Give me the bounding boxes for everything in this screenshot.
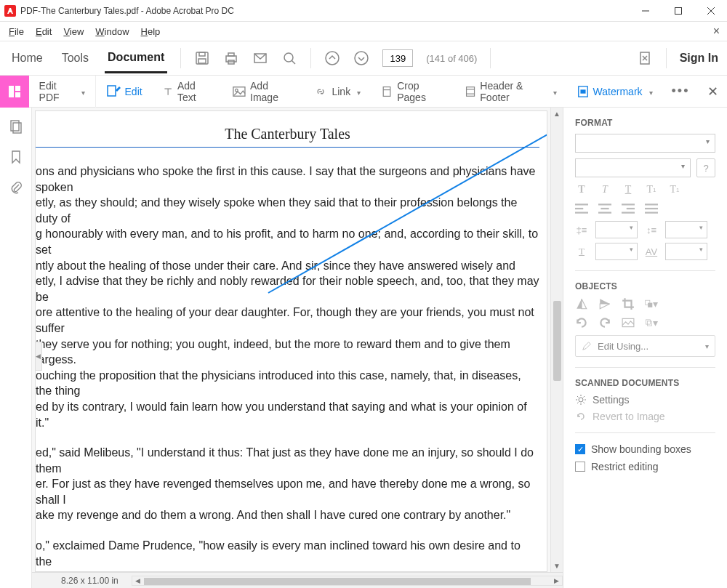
- scanned-heading: SCANNED DOCUMENTS: [575, 378, 715, 388]
- scroll-up-icon[interactable]: ▲: [551, 108, 563, 120]
- svg-rect-8: [226, 56, 236, 62]
- doc-error-icon[interactable]: [637, 50, 653, 66]
- checkbox-unchecked-icon: [575, 462, 585, 472]
- document-area: The Canterbury Tales ons and physicians …: [32, 108, 563, 588]
- close-editbar-icon[interactable]: ✕: [698, 84, 727, 100]
- edit-button[interactable]: Edit: [96, 76, 153, 108]
- svg-rect-49: [646, 320, 650, 324]
- hscroll-thumb[interactable]: [144, 578, 531, 585]
- bold-icon[interactable]: T: [575, 183, 588, 196]
- nav-tools[interactable]: Tools: [59, 52, 92, 65]
- align-right-icon[interactable]: [622, 202, 635, 215]
- thumbnails-icon[interactable]: [9, 119, 23, 137]
- menu-view[interactable]: View: [57, 25, 89, 39]
- nav-home[interactable]: Home: [9, 52, 46, 65]
- add-image-button[interactable]: Add Image: [222, 76, 304, 108]
- line-spacing-icon: ‡≡: [575, 225, 588, 235]
- scroll-thumb[interactable]: [553, 301, 561, 381]
- align-center-icon[interactable]: [598, 202, 611, 215]
- document-title: The Canterbury Tales: [36, 126, 539, 148]
- maximize-button[interactable]: [662, 0, 694, 22]
- collapse-sidebar-icon[interactable]: ◀: [35, 342, 42, 371]
- rotate-cw-icon[interactable]: [598, 316, 611, 329]
- underline-icon[interactable]: T: [622, 183, 635, 196]
- svg-rect-7: [198, 59, 206, 63]
- restrict-editing-checkbox[interactable]: Restrict editing: [575, 461, 715, 472]
- mail-icon[interactable]: [252, 50, 268, 66]
- edit-pdf-tool-icon[interactable]: [0, 76, 29, 108]
- horizontal-scale-select[interactable]: [595, 243, 638, 260]
- show-bounding-boxes-checkbox[interactable]: ✓ Show bounding boxes: [575, 443, 715, 455]
- scroll-right-icon[interactable]: ▶: [550, 576, 562, 585]
- svg-rect-31: [11, 121, 19, 131]
- attachment-icon[interactable]: [9, 180, 23, 198]
- vertical-scrollbar[interactable]: ▲ ▼: [550, 108, 563, 572]
- scroll-down-icon[interactable]: ▼: [551, 560, 563, 572]
- search-icon[interactable]: [281, 50, 297, 66]
- more-objects-icon[interactable]: ▾: [645, 316, 658, 329]
- edit-using-dropdown[interactable]: Edit Using...: [575, 335, 715, 357]
- svg-rect-6: [199, 52, 205, 56]
- bookmark-icon[interactable]: [9, 150, 23, 167]
- scroll-left-icon[interactable]: ◀: [132, 576, 144, 585]
- revert-button[interactable]: Revert to Image: [575, 411, 715, 422]
- horizontal-scrollbar[interactable]: ◀ ▶: [132, 576, 563, 586]
- page-count: (141 of 406): [426, 53, 477, 64]
- add-text-button[interactable]: Add Text: [153, 76, 223, 108]
- format-panel: FORMAT ? T T T T1 T1 ‡≡ ↕≡ T AV: [563, 108, 727, 588]
- header-footer-dropdown[interactable]: Header & Footer: [455, 76, 566, 108]
- page-number-input[interactable]: [382, 49, 413, 67]
- arrange-icon[interactable]: ▾: [645, 297, 658, 310]
- svg-point-24: [236, 89, 238, 92]
- menu-file[interactable]: File: [3, 25, 30, 39]
- panel-close-icon[interactable]: ×: [713, 25, 720, 38]
- superscript-icon[interactable]: T1: [645, 183, 658, 196]
- edit-pdf-dropdown[interactable]: Edit PDF: [29, 76, 96, 108]
- app-icon: [4, 5, 16, 17]
- sign-in-link[interactable]: Sign In: [680, 52, 718, 65]
- print-icon[interactable]: [223, 50, 239, 66]
- close-button[interactable]: [694, 0, 727, 22]
- align-justify-icon[interactable]: [645, 202, 658, 215]
- left-sidebar: [0, 108, 32, 588]
- crop-button[interactable]: Crop Pages: [371, 76, 455, 108]
- menu-window[interactable]: Window: [89, 25, 134, 39]
- menu-edit[interactable]: Edit: [30, 25, 57, 39]
- page-up-icon[interactable]: [324, 50, 340, 66]
- flip-vertical-icon[interactable]: [598, 297, 611, 310]
- color-help-icon[interactable]: ?: [696, 158, 715, 177]
- menu-bar: File Edit View Window Help ×: [0, 22, 727, 41]
- flip-horizontal-icon[interactable]: [575, 297, 588, 310]
- minimize-button[interactable]: [629, 0, 662, 22]
- save-icon[interactable]: [194, 50, 210, 66]
- replace-image-icon[interactable]: [622, 316, 635, 329]
- nav-document[interactable]: Document: [105, 51, 167, 73]
- page-down-icon[interactable]: [353, 50, 369, 66]
- pdf-page[interactable]: The Canterbury Tales ons and physicians …: [35, 110, 547, 572]
- line-spacing-select[interactable]: [595, 221, 638, 238]
- italic-icon[interactable]: T: [598, 183, 611, 196]
- settings-button[interactable]: Settings: [575, 394, 715, 406]
- link-dropdown[interactable]: Link: [304, 76, 371, 108]
- paragraph-1: ons and physicians who spoke the first i…: [36, 164, 539, 430]
- objects-heading: OBJECTS: [575, 281, 715, 291]
- svg-rect-30: [580, 89, 585, 93]
- edit-toolbar: Edit PDF Edit Add Text Add Image Link Cr…: [0, 76, 727, 108]
- font-size-select[interactable]: [575, 158, 691, 177]
- document-body: ons and physicians who spoke the first i…: [36, 164, 539, 572]
- subscript-icon[interactable]: T1: [668, 183, 681, 196]
- more-tools-icon[interactable]: •••: [663, 84, 699, 99]
- char-spacing-select[interactable]: [665, 243, 707, 260]
- paragraph-spacing-select[interactable]: [665, 221, 707, 238]
- svg-rect-47: [648, 303, 652, 307]
- crop-object-icon[interactable]: [622, 297, 635, 310]
- status-bar: 8.26 x 11.00 in ◀ ▶: [32, 572, 563, 588]
- watermark-dropdown[interactable]: Watermark: [567, 76, 663, 108]
- rotate-ccw-icon[interactable]: [575, 316, 588, 329]
- horizontal-scale-icon: T: [575, 246, 588, 257]
- font-family-select[interactable]: [575, 134, 715, 153]
- align-left-icon[interactable]: [575, 202, 588, 215]
- svg-rect-25: [383, 86, 390, 96]
- menu-help[interactable]: Help: [135, 25, 166, 39]
- svg-rect-21: [15, 92, 20, 97]
